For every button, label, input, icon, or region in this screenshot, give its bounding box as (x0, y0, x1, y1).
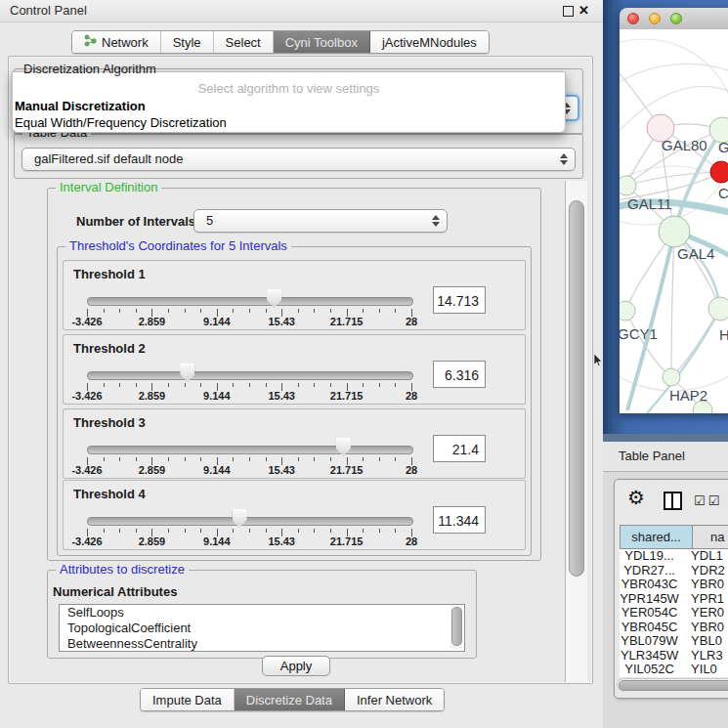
threshold-2-panel: Threshold 2 -3.4262.8599.14415.4321.7152… (63, 334, 526, 405)
table-hscrollbar (617, 678, 728, 691)
node-table-window: ⚙ ☑☑ shared... na YDL19...YDL1YDR27...YD… (614, 479, 728, 699)
list-item[interactable]: TopologicalCoefficient (60, 621, 464, 636)
list-scrollbar-thumb[interactable] (451, 607, 462, 646)
node-red[interactable] (710, 161, 728, 183)
node-label-gal80: GAL80 (662, 137, 707, 153)
threshold-3-label: Threshold 3 (73, 415, 146, 430)
threshold-1-panel: Threshold 1 -3.4262.8599.14415.4321.7152… (63, 260, 526, 330)
node-table-body: YDL19...YDL1YDR27...YDR2YBR043CYBR0YPR14… (620, 549, 728, 677)
zoom-traffic-light[interactable] (670, 13, 682, 24)
slider-tick-labels: -3.4262.8599.14415.4321.71528 (87, 390, 411, 402)
attributes-group-title: Attributes to discretize (56, 563, 189, 577)
tab-jactivemnodules[interactable]: jActiveMNodules (370, 31, 489, 53)
tab-network[interactable]: Network (72, 31, 161, 53)
top-tab-bar: Network Style Select Cyni Toolbox jActiv… (71, 30, 490, 54)
panel-scrollbar-thumb[interactable] (569, 200, 584, 577)
table-data-combo-value: galFiltered.sif default node (34, 149, 183, 169)
tab-infer-network[interactable]: Infer Network (345, 689, 444, 710)
threshold-4-slider-track[interactable] (87, 517, 413, 526)
panel-divider (603, 434, 728, 442)
float-window-icon[interactable] (563, 6, 574, 17)
close-icon[interactable]: ✕ (578, 3, 589, 18)
table-row[interactable]: YLR345WYLR3 (620, 649, 728, 664)
table-panel-header: Table Panel (603, 442, 728, 472)
node-gal4[interactable] (659, 216, 690, 247)
discretization-algorithm-group-title: Discretization Algorithm (20, 63, 160, 76)
threshold-4-label: Threshold 4 (73, 487, 146, 501)
node-label-c: C (718, 185, 728, 201)
mouse-cursor (594, 354, 603, 369)
node-label-gal4: GAL4 (677, 245, 714, 262)
combo-arrows-icon (432, 214, 441, 228)
table-data-combo[interactable]: galFiltered.sif default node (21, 148, 576, 171)
table-row[interactable]: YBL079WYBL0 (620, 634, 728, 649)
control-panel-titlebar: Control Panel ✕ (0, 0, 603, 22)
list-item[interactable]: BetweennessCentrality (60, 636, 464, 652)
threshold-1-slider-track[interactable] (87, 297, 413, 306)
algorithm-dropdown-popup: Select algorithm to view settings Manual… (12, 71, 566, 133)
table-hscrollbar-thumb[interactable] (619, 680, 728, 691)
minimize-traffic-light[interactable] (649, 13, 661, 24)
node-h[interactable] (708, 297, 728, 321)
threshold-4-value-field[interactable]: 11.344 (433, 506, 486, 534)
numerical-attributes-label: Numerical Attributes (53, 584, 177, 599)
threshold-3-slider-track[interactable] (87, 446, 413, 454)
threshold-2-label: Threshold 2 (73, 341, 146, 356)
tab-impute-data[interactable]: Impute Data (141, 689, 235, 710)
table-row[interactable]: YBR043CYBR0 (620, 578, 728, 592)
node-gcy1[interactable] (620, 301, 635, 321)
tab-select[interactable]: Select (214, 31, 274, 53)
number-of-intervals-combo[interactable]: 5 (193, 209, 448, 233)
dropdown-option-equal-width[interactable]: Equal Width/Frequency Discretization (15, 115, 227, 130)
table-header-row: shared... na (620, 525, 728, 549)
node-label-h: H (719, 326, 728, 343)
threshold-2-value-field[interactable]: 6.316 (433, 361, 486, 388)
thresholds-group-title: Threshold's Coordinates for 5 Intervals (65, 239, 291, 253)
gear-icon[interactable]: ⚙ (627, 486, 645, 509)
checkbox-icons[interactable]: ☑☑ (694, 493, 722, 508)
bottom-tab-bar: Impute Data Discretize Data Infer Networ… (140, 688, 445, 711)
threshold-1-label: Threshold 1 (73, 267, 146, 281)
tab-label: Network (102, 35, 149, 50)
list-scrollbar (450, 605, 462, 649)
table-panel-title: Table Panel (619, 449, 685, 463)
slider-tick-labels: -3.4262.8599.14415.4321.71528 (87, 316, 411, 327)
node-gal11[interactable] (620, 176, 636, 195)
tab-cyni-toolbox[interactable]: Cyni Toolbox (274, 31, 370, 53)
node-label-gal11: GAL11 (627, 195, 672, 212)
threshold-2-slider-track[interactable] (87, 371, 413, 380)
table-row[interactable]: YER054CYER0 (620, 606, 728, 621)
column-header-name[interactable]: na (693, 525, 728, 549)
table-row[interactable]: YIL052CYIL0 (620, 663, 728, 677)
slider-tick-labels: -3.4262.8599.14415.4321.71528 (87, 464, 411, 476)
number-of-intervals-value: 5 (206, 210, 213, 231)
network-canvas[interactable]: GAL80 G C GAL11 GAL4 GCY1 H HAP2 (620, 29, 728, 413)
tab-discretize-data[interactable]: Discretize Data (235, 689, 345, 710)
table-row[interactable]: YPR145WYPR1 (620, 592, 728, 607)
list-item[interactable]: SelfLoops (60, 605, 464, 621)
threshold-3-value-field[interactable]: 21.4 (433, 435, 486, 462)
window-title: Control Panel (10, 3, 87, 18)
network-icon (84, 34, 97, 50)
tab-style[interactable]: Style (161, 31, 214, 53)
interval-definition-title: Interval Definition (56, 181, 161, 194)
network-window-titlebar (620, 8, 728, 30)
table-row[interactable]: YDL19...YDL1 (620, 549, 728, 564)
close-traffic-light[interactable] (627, 13, 639, 24)
node-label-hap2: HAP2 (669, 387, 707, 404)
threshold-4-panel: Threshold 4 -3.4262.8599.14415.4321.7152… (63, 480, 526, 550)
table-row[interactable]: YBR045CYBR0 (620, 621, 728, 635)
node-label-g: G (718, 139, 728, 155)
dropdown-placeholder: Select algorithm to view settings (13, 81, 565, 96)
column-header-shared-name[interactable]: shared... (620, 525, 693, 549)
apply-button[interactable]: Apply (262, 656, 330, 676)
node-label-gcy1: GCY1 (620, 325, 658, 342)
dropdown-option-manual[interactable]: Manual Discretization (15, 99, 146, 113)
columns-icon[interactable] (664, 492, 682, 510)
threshold-3-panel: Threshold 3 -3.4262.8599.14415.4321.7152… (63, 408, 526, 479)
numerical-attributes-list: SelfLoopsTopologicalCoefficientBetweenne… (59, 604, 465, 652)
threshold-1-value-field[interactable]: 14.713 (433, 286, 486, 314)
control-panel-window: Control Panel ✕ Network Style Select Cyn… (0, 0, 604, 728)
node-hap2[interactable] (663, 368, 680, 386)
table-row[interactable]: YDR27...YDR2 (620, 564, 728, 578)
